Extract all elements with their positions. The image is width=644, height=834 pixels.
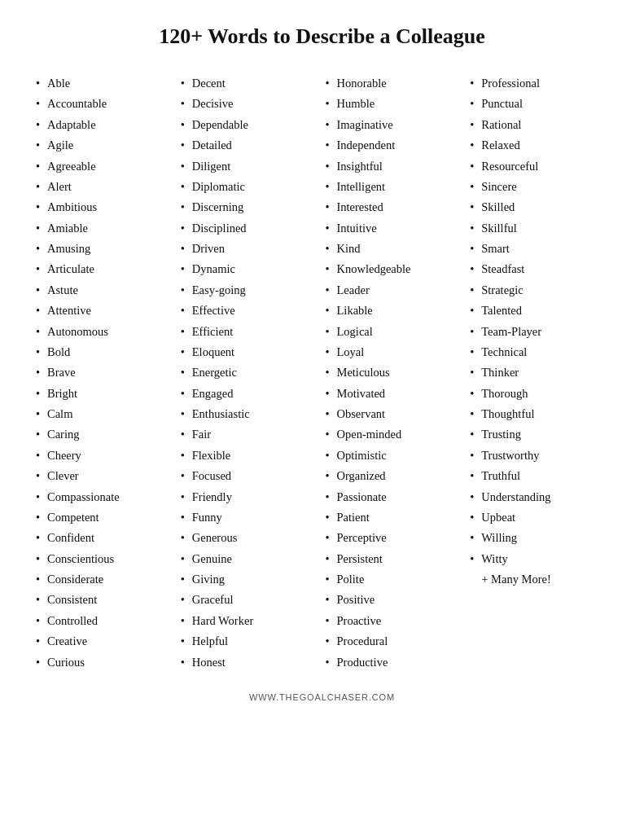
list-item: Amiable xyxy=(36,218,174,239)
list-item: Independent xyxy=(326,135,464,156)
column-4: ProfessionalPunctualRationalRelaxedResou… xyxy=(467,73,611,590)
list-item: Easy-going xyxy=(181,280,319,301)
list-item: Funny xyxy=(181,507,319,528)
list-item: Passionate xyxy=(326,487,464,507)
list-item: Able xyxy=(36,73,174,94)
list-item: Competent xyxy=(36,507,174,528)
list-item: Talented xyxy=(470,301,608,321)
list-item: Genuine xyxy=(181,549,319,569)
page: 120+ Words to Describe a Colleague AbleA… xyxy=(0,0,644,718)
list-item: Thinker xyxy=(470,362,608,383)
list-item: Amusing xyxy=(36,239,174,259)
list-item: Compassionate xyxy=(36,487,174,507)
list-item: Generous xyxy=(181,528,319,548)
list-item: Alert xyxy=(36,177,174,197)
list-item: Eloquent xyxy=(181,342,319,362)
list-item: Adaptable xyxy=(36,115,174,135)
list-item: Motivated xyxy=(326,384,464,404)
list-item: Thorough xyxy=(470,384,608,404)
list-item: Disciplined xyxy=(181,218,319,239)
list-item: Clever xyxy=(36,466,174,486)
list-item: Punctual xyxy=(470,94,608,114)
list-item: Efficient xyxy=(181,322,319,342)
list-item: Helpful xyxy=(181,631,319,652)
list-item: Interested xyxy=(326,197,464,217)
list-item: Agile xyxy=(36,135,174,156)
list-item: Perceptive xyxy=(326,528,464,548)
list-item: Smart xyxy=(470,239,608,259)
list-item: Positive xyxy=(326,590,464,610)
list-item: Considerate xyxy=(36,569,174,590)
list-item: Willing xyxy=(470,528,608,548)
list-item: Relaxed xyxy=(470,135,608,156)
list-item: Leader xyxy=(326,280,464,301)
list-item: Observant xyxy=(326,404,464,424)
list-item: Bright xyxy=(36,384,174,404)
list-item: Diligent xyxy=(181,156,319,177)
list-item: Kind xyxy=(326,239,464,259)
list-item: Meticulous xyxy=(326,362,464,383)
list-item: Organized xyxy=(326,466,464,486)
list-item: Intelligent xyxy=(326,177,464,197)
list-item: Friendly xyxy=(181,487,319,507)
list-item: Humble xyxy=(326,94,464,114)
list-item: Sincere xyxy=(470,177,608,197)
list-item: Trusting xyxy=(470,424,608,445)
list-item: Accountable xyxy=(36,94,174,114)
list-item: Hard Worker xyxy=(181,611,319,631)
list-item: Insightful xyxy=(326,156,464,177)
list-item: Confident xyxy=(36,528,174,548)
list-item: Consistent xyxy=(36,590,174,610)
list-item: Flexible xyxy=(181,446,319,466)
more-label: + Many More! xyxy=(470,569,608,590)
list-item: Patient xyxy=(326,507,464,528)
list-item: Trustworthy xyxy=(470,446,608,466)
list-item: Productive xyxy=(326,652,464,673)
list-item: Brave xyxy=(36,362,174,383)
list-item: Driven xyxy=(181,239,319,259)
list-item: Creative xyxy=(36,631,174,652)
list-col-2: DecentDecisiveDependableDetailedDiligent… xyxy=(181,73,319,673)
list-item: Focused xyxy=(181,466,319,486)
column-1: AbleAccountableAdaptableAgileAgreeableAl… xyxy=(33,73,177,673)
list-item: Ambitious xyxy=(36,197,174,217)
list-item: Conscientious xyxy=(36,549,174,569)
list-col-4: ProfessionalPunctualRationalRelaxedResou… xyxy=(470,73,608,569)
list-item: Effective xyxy=(181,301,319,321)
list-item: Technical xyxy=(470,342,608,362)
list-item: Proactive xyxy=(326,611,464,631)
list-item: Skilled xyxy=(470,197,608,217)
list-item: Understanding xyxy=(470,487,608,507)
list-item: Diplomatic xyxy=(181,177,319,197)
list-item: Decisive xyxy=(181,94,319,114)
list-item: Dependable xyxy=(181,115,319,135)
list-item: Loyal xyxy=(326,342,464,362)
list-item: Enthusiastic xyxy=(181,404,319,424)
list-item: Optimistic xyxy=(326,446,464,466)
list-item: Upbeat xyxy=(470,507,608,528)
list-item: Polite xyxy=(326,569,464,590)
list-item: Likable xyxy=(326,301,464,321)
list-item: Strategic xyxy=(470,280,608,301)
list-item: Procedural xyxy=(326,631,464,652)
columns-container: AbleAccountableAdaptableAgileAgreeableAl… xyxy=(33,73,611,673)
column-3: HonorableHumbleImaginativeIndependentIns… xyxy=(322,73,467,673)
list-item: Giving xyxy=(181,569,319,590)
list-item: Rational xyxy=(470,115,608,135)
list-item: Thoughtful xyxy=(470,404,608,424)
list-item: Astute xyxy=(36,280,174,301)
list-item: Intuitive xyxy=(326,218,464,239)
list-item: Imaginative xyxy=(326,115,464,135)
list-item: Autonomous xyxy=(36,322,174,342)
list-item: Energetic xyxy=(181,362,319,383)
list-item: Calm xyxy=(36,404,174,424)
list-item: Persistent xyxy=(326,549,464,569)
page-title: 120+ Words to Describe a Colleague xyxy=(159,24,485,49)
column-2: DecentDecisiveDependableDetailedDiligent… xyxy=(177,73,322,673)
list-item: Graceful xyxy=(181,590,319,610)
list-col-3: HonorableHumbleImaginativeIndependentIns… xyxy=(326,73,464,673)
list-item: Skillful xyxy=(470,218,608,239)
list-item: Curious xyxy=(36,652,174,673)
list-item: Resourceful xyxy=(470,156,608,177)
list-item: Professional xyxy=(470,73,608,94)
